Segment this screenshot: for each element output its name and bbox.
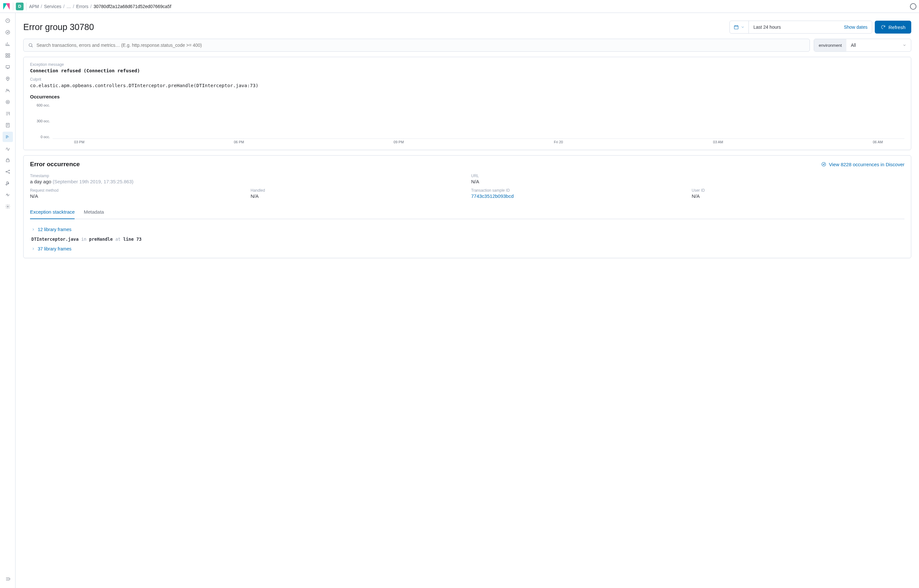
date-picker[interactable]: Last 24 hours Show dates	[730, 21, 872, 34]
exception-message-label: Exception message	[30, 62, 904, 67]
chevron-right-icon	[31, 228, 35, 231]
gear-icon	[5, 204, 10, 209]
separator	[26, 3, 26, 10]
kibana-logo-icon[interactable]	[3, 3, 10, 10]
handled-value: N/A	[251, 193, 463, 199]
nav-infra[interactable]	[3, 97, 13, 107]
expand-frames-bottom[interactable]: 37 library frames	[31, 246, 903, 251]
search-field[interactable]	[37, 43, 805, 48]
refresh-button[interactable]: Refresh	[875, 21, 911, 34]
refresh-icon	[880, 24, 886, 30]
timestamp-label: Timestamp	[30, 174, 463, 178]
nav-canvas[interactable]	[3, 62, 13, 72]
nav-visualize[interactable]	[3, 39, 13, 49]
svg-rect-11	[6, 160, 9, 162]
graph-icon	[5, 169, 10, 174]
x-tick	[479, 139, 532, 145]
x-tick	[266, 139, 319, 145]
svg-rect-2	[6, 53, 7, 55]
expand-frames-top[interactable]: 12 library frames	[31, 227, 903, 232]
search-input[interactable]	[23, 39, 810, 52]
heartbeat-icon	[5, 192, 10, 197]
nav-dev[interactable]	[3, 178, 13, 189]
nav-management[interactable]	[3, 201, 13, 212]
environment-label: environment	[814, 39, 846, 51]
help-menu[interactable]	[910, 3, 916, 10]
svg-point-8	[7, 101, 8, 103]
nav-collapse[interactable]	[3, 575, 13, 585]
breadcrumb-services[interactable]: Services	[44, 4, 61, 9]
environment-filter[interactable]: environment All	[814, 39, 911, 52]
user-id-label: User ID	[692, 188, 904, 193]
nav-notes[interactable]	[3, 120, 13, 130]
handled-label: Handled	[251, 188, 463, 193]
chevron-right-icon: /	[91, 4, 92, 9]
svg-point-7	[7, 78, 8, 79]
nav-siem[interactable]	[3, 155, 13, 165]
occurrences-title: Occurrences	[30, 94, 904, 99]
breadcrumb-apm[interactable]: APM	[29, 4, 39, 9]
page-header: Error group 30780 Last 24 hours Show dat…	[23, 21, 911, 34]
svg-point-12	[6, 171, 7, 172]
x-tick: Fri 20	[532, 139, 585, 145]
topbar: D APM / Services / … / Errors / 30780df2…	[0, 0, 919, 13]
clock-icon	[5, 18, 10, 23]
calendar-icon	[734, 24, 739, 30]
breadcrumb: APM / Services / … / Errors / 30780df2a1…	[29, 4, 171, 9]
tab-stacktrace[interactable]: Exception stacktrace	[30, 205, 74, 219]
nav-uptime[interactable]	[3, 143, 13, 153]
transaction-id-link[interactable]: 7743c3512b093bcd	[471, 193, 514, 199]
breadcrumb-collapsed[interactable]: …	[66, 4, 71, 9]
chevron-right-icon: /	[63, 4, 65, 9]
nav-ml[interactable]	[3, 85, 13, 95]
nav-dashboard[interactable]	[3, 50, 13, 61]
y-tick: 600 occ.	[37, 103, 50, 107]
svg-rect-6	[6, 66, 10, 68]
svg-point-9	[6, 100, 10, 104]
user-id-value: N/A	[692, 193, 904, 199]
chevron-right-icon	[31, 247, 35, 251]
request-method-label: Request method	[30, 188, 243, 193]
culprit-label: Culprit	[30, 77, 904, 82]
page-title: Error group 30780	[23, 22, 94, 32]
breadcrumb-errors[interactable]: Errors	[76, 4, 89, 9]
filter-row: environment All	[23, 39, 911, 52]
view-in-discover-link[interactable]: View 8228 occurrences in Discover	[821, 162, 904, 167]
frames-top-text: 12 library frames	[38, 227, 71, 232]
x-tick	[744, 139, 798, 145]
nav-apm[interactable]	[3, 132, 13, 142]
nav-logs[interactable]	[3, 108, 13, 119]
compass-icon	[5, 30, 10, 35]
nav-discover[interactable]	[3, 27, 13, 37]
collapse-icon	[5, 577, 10, 582]
stack-frame: DTInterceptor.java in preHandle at line …	[31, 237, 903, 242]
nav-monitor[interactable]	[3, 190, 13, 200]
separator	[13, 3, 13, 10]
environment-value[interactable]: All	[846, 39, 911, 51]
svg-point-17	[29, 44, 32, 47]
chart-y-axis: 600 occ. 300 occ. 0 occ.	[30, 103, 53, 139]
logs-icon	[5, 111, 10, 116]
date-range-display[interactable]: Last 24 hours	[749, 21, 839, 33]
uptime-icon	[5, 146, 10, 151]
tab-metadata[interactable]: Metadata	[84, 205, 104, 219]
culprit-value: co.elastic.apm.opbeans.controllers.DTInt…	[30, 83, 904, 88]
url-value: N/A	[471, 179, 904, 184]
view-in-discover-text: View 8228 occurrences in Discover	[829, 162, 904, 167]
space-selector[interactable]: D	[16, 3, 24, 10]
x-tick: 09 PM	[372, 139, 425, 145]
show-dates-button[interactable]: Show dates	[839, 21, 872, 33]
y-tick: 300 occ.	[37, 119, 50, 123]
timestamp-value: a day ago (September 19th 2019, 17:35:25…	[30, 179, 463, 184]
nav-recent[interactable]	[3, 16, 13, 26]
breadcrumb-current: 30780df2a12a68d671d52ed07669ca5f	[94, 4, 172, 9]
frames-bottom-text: 37 library frames	[38, 246, 71, 251]
stacktrace: 12 library frames DTInterceptor.java in …	[30, 223, 904, 253]
quick-select-button[interactable]	[730, 21, 749, 33]
chevron-right-icon: /	[41, 4, 42, 9]
svg-rect-4	[6, 56, 7, 57]
nav-maps[interactable]	[3, 74, 13, 84]
x-tick	[319, 139, 372, 145]
svg-point-15	[7, 206, 8, 207]
nav-graph[interactable]	[3, 166, 13, 177]
